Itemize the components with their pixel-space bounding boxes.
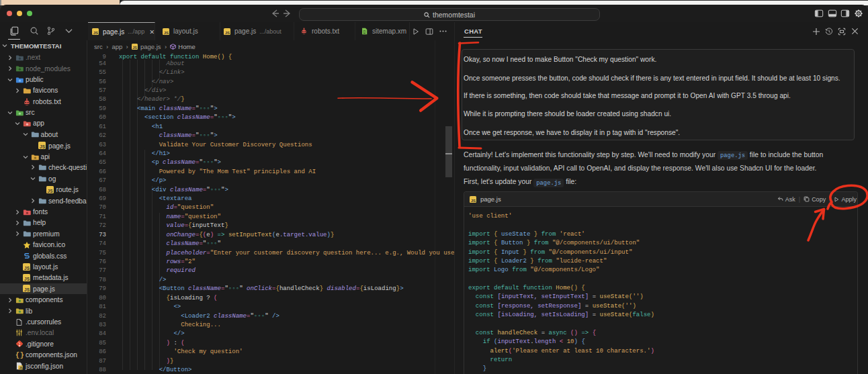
svg-text:JS: JS	[19, 367, 23, 370]
